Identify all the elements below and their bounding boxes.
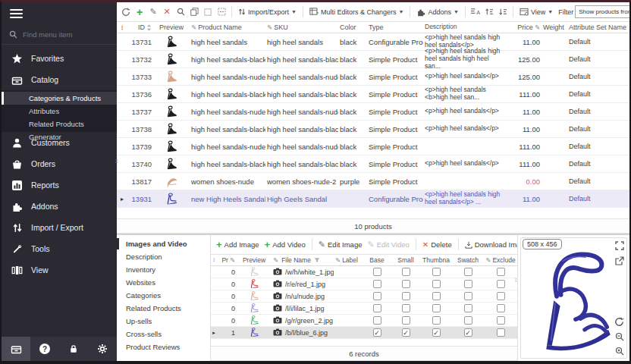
panel-splitter-handle[interactable]: ⁞ xyxy=(515,279,516,282)
image-row[interactable]: 0/g/r/green_2.jpg xyxy=(211,315,517,327)
col-header-position[interactable]: Pr✎ xyxy=(217,256,237,264)
base-checkbox[interactable]: ✓ xyxy=(373,328,381,337)
col-header-product-name[interactable]: ✎Product Name xyxy=(190,24,265,31)
image-row[interactable]: ▸1/b/l/blue_6.jpg✓✓✓✓ xyxy=(211,327,517,339)
product-row[interactable]: 13732high heel sandals-blackhigh heel sa… xyxy=(117,51,629,68)
small-checkbox[interactable]: ✓ xyxy=(402,328,410,337)
col-header-image-preview[interactable]: Preview xyxy=(237,256,272,264)
open-in-new-icon[interactable] xyxy=(614,255,625,266)
exclude-checkbox[interactable] xyxy=(497,268,505,276)
product-row[interactable]: 13738high heel sandals-black-37high heel… xyxy=(117,121,629,138)
product-row[interactable]: 13739high heel sandals-nude-37high heel … xyxy=(117,138,629,155)
col-header-small[interactable]: Small xyxy=(391,256,420,264)
sidebar-item-orders[interactable]: Orders xyxy=(2,153,117,174)
swatch-checkbox[interactable] xyxy=(464,304,472,312)
store-icon[interactable] xyxy=(2,337,30,361)
col-header-preview[interactable]: Preview xyxy=(153,24,190,31)
exclude-checkbox[interactable] xyxy=(497,292,505,300)
col-header-description[interactable]: Description xyxy=(423,24,504,31)
exclude-checkbox[interactable] xyxy=(497,328,505,337)
product-row[interactable]: ▸13931new High Heels SandalsHigh Geels S… xyxy=(117,190,629,208)
category-filter-select[interactable]: Show products from selected categories▼ xyxy=(575,5,629,18)
add-product-icon[interactable]: + xyxy=(133,6,146,18)
help-icon[interactable]: ? xyxy=(30,337,59,361)
thumbnail-checkbox[interactable] xyxy=(432,280,441,288)
sidebar-item-attributes[interactable]: Attributes xyxy=(2,105,117,118)
swatch-checkbox[interactable] xyxy=(464,292,472,300)
small-checkbox[interactable] xyxy=(402,316,410,325)
view-menu[interactable]: View▼ xyxy=(517,8,555,16)
small-checkbox[interactable] xyxy=(402,268,410,276)
col-header-attribute-set[interactable]: Attribute Set Name xyxy=(567,24,629,31)
col-header-file-name[interactable]: ✎File Name xyxy=(272,256,334,264)
add-image-button[interactable]: +Add Image xyxy=(215,239,261,250)
product-row[interactable]: 13740high heel sandals-black-38high heel… xyxy=(117,155,629,173)
sidebar-item-view[interactable]: View xyxy=(2,259,117,281)
col-header-color[interactable]: Color xyxy=(338,24,367,31)
tab-categories[interactable]: Categories xyxy=(117,289,210,302)
thumbnail-checkbox[interactable] xyxy=(432,292,441,300)
sidebar-item-import-export[interactable]: Import / Export xyxy=(2,217,117,238)
base-checkbox[interactable] xyxy=(373,304,381,312)
tab-description[interactable]: Description xyxy=(117,250,210,263)
sort-az-icon[interactable]: A xyxy=(469,6,482,18)
sidebar-item-reports[interactable]: Reports xyxy=(2,174,117,196)
product-row[interactable]: 13733high heel sandals-nudehigh heel san… xyxy=(117,68,629,86)
expand-all-icon[interactable] xyxy=(483,6,495,18)
tab-images-and-video[interactable]: Images and Video xyxy=(117,237,210,250)
refresh-icon[interactable] xyxy=(120,6,132,18)
tab-websites[interactable]: Websites xyxy=(117,276,210,289)
col-header-id[interactable]: ID xyxy=(127,24,153,31)
col-header-exclude[interactable]: ✎Exclude xyxy=(484,256,517,264)
tab-cross-sells[interactable]: Cross-sells xyxy=(117,328,210,340)
sidebar-item-related-products-generator[interactable]: Related Products Generator xyxy=(2,118,117,130)
product-row[interactable]: 13731high heel sandalshigh heel sandalsb… xyxy=(117,33,629,51)
search-products-icon[interactable] xyxy=(174,6,187,18)
swatch-checkbox[interactable] xyxy=(464,316,472,325)
col-header-type[interactable]: Type xyxy=(367,24,423,31)
base-checkbox[interactable] xyxy=(373,280,381,288)
thumbnail-checkbox[interactable]: ✓ xyxy=(432,328,441,337)
download-image-button[interactable]: Download Image xyxy=(463,240,517,249)
swatch-checkbox[interactable]: ✓ xyxy=(464,328,472,337)
sidebar-item-categories-products[interactable]: Categories & Products xyxy=(2,92,117,105)
col-header-thumbnail[interactable]: Thumbna xyxy=(420,256,452,264)
product-row[interactable]: 13737high heel sandals-nude-36high heel … xyxy=(117,103,629,121)
product-row[interactable]: 13736high heel sandals-black-36high heel… xyxy=(117,86,629,103)
thumbnail-checkbox[interactable] xyxy=(432,316,441,325)
collapse-all-icon[interactable] xyxy=(497,6,509,18)
base-checkbox[interactable] xyxy=(373,316,381,325)
select-checkbox-icon[interactable] xyxy=(202,6,214,18)
col-header-swatch[interactable]: Swatch xyxy=(452,256,484,264)
delete-product-icon[interactable]: ✕ xyxy=(161,6,173,18)
col-header-weight[interactable]: Weight xyxy=(542,24,567,31)
sidebar-splitter-handle[interactable]: ⁞⁞ xyxy=(115,160,117,163)
sidebar-item-catalog[interactable]: Catalog xyxy=(2,69,117,90)
image-row[interactable]: 0/n/u/nude.jpg xyxy=(211,290,517,303)
multi-editors-menu[interactable]: Multi Editors & Changers▼ xyxy=(307,8,406,16)
sidebar-item-tools[interactable]: Tools xyxy=(2,238,117,259)
delete-image-button[interactable]: ✕Delete xyxy=(421,240,454,249)
tab-up-sells[interactable]: Up-sells xyxy=(117,315,210,328)
thumbnail-checkbox[interactable] xyxy=(432,268,441,276)
edit-image-button[interactable]: ✎Edit Image xyxy=(317,240,364,249)
image-row[interactable]: 0/w/h/white_1.jpg xyxy=(211,266,517,278)
zoom-out-icon[interactable] xyxy=(614,331,625,342)
sidebar-item-addons[interactable]: Addons xyxy=(2,196,117,217)
thumbnail-checkbox[interactable] xyxy=(432,304,441,312)
col-header-base[interactable]: Base xyxy=(363,256,391,264)
col-header-label[interactable]: ✎Label xyxy=(334,256,363,264)
add-video-button[interactable]: +Add Video xyxy=(263,239,307,250)
edit-product-icon[interactable]: ✎ xyxy=(147,6,159,18)
menu-search-input[interactable] xyxy=(23,30,109,39)
copy-icon[interactable] xyxy=(188,6,200,18)
exclude-checkbox[interactable] xyxy=(497,316,505,325)
swatch-checkbox[interactable] xyxy=(464,280,472,288)
col-header-price[interactable]: Price✎ xyxy=(504,24,542,31)
import-export-menu[interactable]: Import/Export▼ xyxy=(236,8,299,16)
zoom-in-icon[interactable] xyxy=(614,345,625,356)
hamburger-menu-icon[interactable] xyxy=(10,7,23,20)
tab-inventory[interactable]: Inventory xyxy=(117,263,210,276)
lock-icon[interactable] xyxy=(59,337,88,361)
base-checkbox[interactable] xyxy=(373,292,381,300)
